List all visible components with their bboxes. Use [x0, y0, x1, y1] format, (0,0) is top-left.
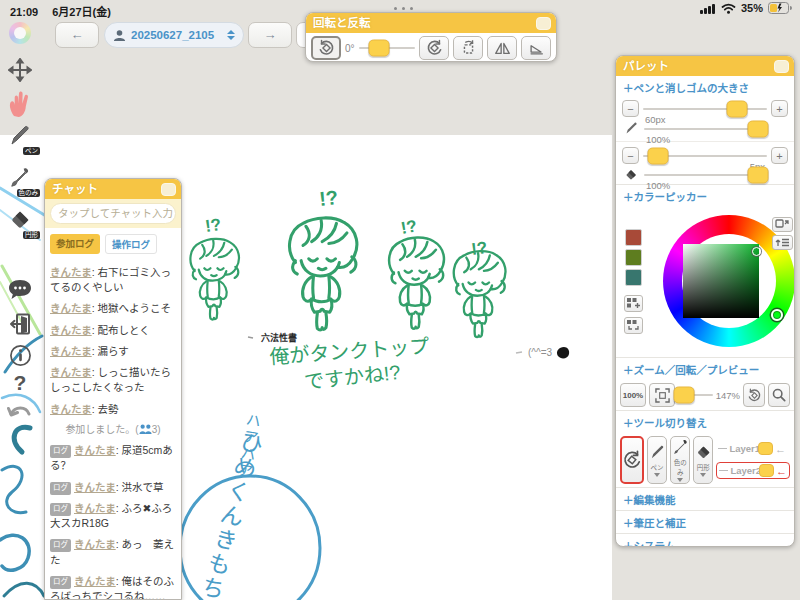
section-system[interactable]: ＋システム	[616, 533, 794, 547]
section-pressure-correction[interactable]: ＋筆圧と補正	[616, 510, 794, 533]
section-color-picker[interactable]: ＋カラーピッカー	[616, 184, 794, 207]
saturation-value-square[interactable]	[683, 244, 759, 318]
rotate-ccw-button[interactable]	[311, 36, 341, 60]
pen-size-slider[interactable]: 60px	[643, 108, 767, 110]
pen-opacity-slider[interactable]: 100%	[644, 128, 767, 130]
rotation-slider[interactable]	[359, 47, 415, 49]
tool-pen[interactable]: ペン	[647, 436, 667, 484]
minimize-button[interactable]	[161, 183, 176, 196]
fit-view-button[interactable]	[649, 383, 675, 407]
pen-icon	[624, 121, 639, 136]
hue-selector[interactable]	[771, 309, 783, 321]
chat-messages[interactable]: きんたま: 右下にゴミ入ってるのくやしい きんたま: 地獄へようこそ きんたま:…	[45, 256, 181, 600]
eraser-opacity-slider-thumb[interactable]	[748, 167, 769, 184]
pen-size-slider-thumb[interactable]	[727, 100, 748, 117]
color-wheel-tool[interactable]	[0, 22, 40, 44]
clock: 21:09	[10, 6, 38, 18]
chat-username[interactable]: きんたま	[50, 324, 92, 336]
color-history-button[interactable]	[772, 235, 793, 250]
tab-join-log[interactable]: 参加ログ	[50, 234, 100, 254]
chat-message: ログきんたま: あっ 萎えた	[50, 537, 176, 567]
chat-username[interactable]: きんたま	[50, 266, 92, 278]
minimize-button[interactable]	[536, 17, 551, 30]
eraser-opacity-slider[interactable]: 100%	[644, 174, 767, 176]
chat-username[interactable]: きんたま	[74, 481, 116, 493]
info-tool[interactable]	[0, 344, 40, 367]
chat-username[interactable]: きんたま	[50, 345, 92, 357]
layer-row-2[interactable]: Layer2 ←	[716, 462, 790, 479]
chat-username[interactable]: きんたま	[74, 538, 116, 550]
sv-selector[interactable]	[752, 247, 761, 256]
tool-eyedropper[interactable]: 色のみ	[670, 436, 690, 484]
section-edit-functions[interactable]: ＋編集機能	[616, 487, 794, 510]
room-selector[interactable]: 20250627_2105	[104, 22, 244, 48]
chat-username[interactable]: きんたま	[74, 502, 116, 514]
eraser-size-slider[interactable]: 5px	[643, 155, 767, 157]
magnifier-button[interactable]	[768, 383, 790, 407]
minimize-button[interactable]	[774, 60, 789, 73]
eraser-size-slider-thumb[interactable]	[647, 147, 668, 164]
rotate-view-icon	[622, 450, 642, 470]
zoom-slider-thumb[interactable]	[674, 387, 695, 404]
tab-operation-log[interactable]: 操作ログ	[105, 234, 157, 254]
rotate-cw-button[interactable]	[419, 36, 449, 60]
flip-horizontal-icon	[493, 39, 512, 57]
pen-size-plus-button[interactable]: +	[771, 100, 788, 117]
palette-add-button[interactable]	[624, 295, 643, 312]
zoom-reset-button[interactable]: 100%	[620, 383, 646, 407]
help-tool[interactable]: ?	[0, 372, 40, 394]
chat-message-text: 地獄へようこそ	[98, 302, 172, 314]
back-button[interactable]: ←	[55, 22, 99, 48]
color-swatch-red[interactable]	[625, 229, 642, 246]
eraser-size-plus-button[interactable]: +	[771, 147, 788, 164]
forward-button[interactable]: →	[248, 22, 292, 48]
pen-tool[interactable]: ペン	[0, 124, 40, 148]
hand-tool[interactable]	[0, 88, 40, 118]
chat-username[interactable]: きんたま	[50, 403, 92, 415]
eraser-size-minus-button[interactable]: −	[622, 147, 639, 164]
chat-username[interactable]: きんたま	[50, 302, 92, 314]
tool-eraser[interactable]: 円形	[693, 436, 713, 484]
chat-system-message: 参加しました。(3)	[50, 423, 176, 438]
flip-vertical-icon	[527, 39, 546, 57]
eraser-tool[interactable]: 円形	[0, 208, 40, 232]
palette-swap-button[interactable]	[624, 317, 643, 334]
color-copy-icon	[775, 219, 790, 230]
rotation-slider-thumb[interactable]	[368, 40, 389, 57]
view-rotate-reset-button[interactable]	[743, 383, 765, 407]
layer1-select-arrow[interactable]: ←	[775, 443, 786, 455]
chat-message: きんたま: 去勢	[50, 402, 176, 417]
flip-horizontal-button[interactable]	[487, 36, 517, 60]
user-icon	[113, 29, 126, 42]
tool-rotate-view[interactable]	[620, 436, 644, 484]
layer2-select-arrow[interactable]: ←	[776, 465, 787, 477]
chat-username[interactable]: きんたま	[50, 366, 92, 378]
chat-toggle-tool[interactable]	[0, 278, 40, 302]
chat-input[interactable]: タップしてチャット入力	[50, 203, 176, 224]
palette-panel-header[interactable]: パレット	[616, 56, 794, 76]
chat-username[interactable]: きんたま	[74, 575, 116, 587]
section-tool-switch[interactable]: ＋ツール切り替え	[616, 410, 794, 433]
layer-row-1[interactable]: Layer1 ←	[716, 441, 790, 456]
flip-vertical-button[interactable]	[521, 36, 551, 60]
rotation-reset-button[interactable]	[453, 36, 483, 60]
eyedropper-tool[interactable]: 色のみ	[0, 166, 40, 190]
layer1-opacity-knob[interactable]	[758, 442, 773, 455]
move-tool[interactable]	[0, 58, 40, 82]
chat-message: きんたま: 配布しとく	[50, 323, 176, 338]
chat-username[interactable]: きんたま	[74, 444, 116, 456]
section-pen-eraser-size[interactable]: ＋ペンと消しゴムの大きさ	[616, 76, 794, 98]
pen-opacity-slider-thumb[interactable]	[748, 120, 769, 137]
zoom-slider[interactable]	[678, 394, 713, 396]
section-zoom-rotate-preview[interactable]: ＋ズーム／回転／プレビュー	[616, 357, 794, 380]
layer2-opacity-knob[interactable]	[759, 464, 774, 477]
undo-tool[interactable]	[0, 404, 40, 426]
pen-size-minus-button[interactable]: −	[622, 100, 639, 117]
color-swatch-olive[interactable]	[625, 249, 642, 266]
rotate-cw-icon	[425, 39, 444, 57]
chat-panel-header[interactable]: チャット	[45, 179, 181, 199]
color-wheel-icon	[9, 22, 31, 44]
color-copy-button[interactable]	[772, 217, 793, 232]
color-swatch-teal[interactable]	[625, 269, 642, 286]
exit-room-tool[interactable]	[0, 312, 40, 336]
